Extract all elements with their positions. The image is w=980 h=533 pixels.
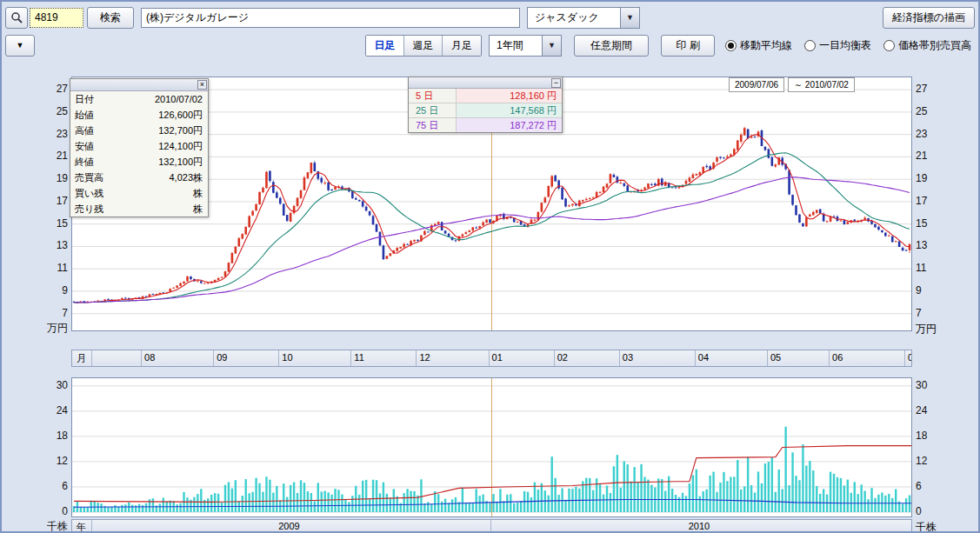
search-button[interactable]: 検索 bbox=[87, 7, 134, 29]
economic-indicator-button[interactable]: 経済指標の描画 bbox=[883, 7, 975, 29]
price-tick-label: 15 bbox=[2, 217, 68, 230]
volume-tick-label: 30 bbox=[916, 379, 968, 391]
month-separator bbox=[695, 350, 696, 366]
stock-name-input[interactable] bbox=[141, 8, 520, 28]
date-range-to[interactable]: ～ 2010/07/02 bbox=[788, 77, 855, 92]
ma-legend-label: 75 日 bbox=[409, 118, 456, 132]
month-separator bbox=[278, 350, 279, 366]
year-axis-band: 年 20092010 bbox=[71, 519, 912, 533]
radio-dot-icon bbox=[883, 40, 895, 51]
price-tick-label: 27 bbox=[916, 83, 968, 95]
volume-tick-label: 12 bbox=[2, 455, 68, 467]
quote-rows: 日付2010/07/02始値126,600円高値132,700円安値124,10… bbox=[70, 91, 208, 217]
quote-box-titlebar: × bbox=[70, 79, 208, 91]
period-select-value: 1年間 bbox=[489, 35, 543, 57]
year-axis-header: 年 bbox=[77, 521, 86, 533]
price-tick-label: 13 bbox=[2, 239, 68, 251]
price-tick-label: 9 bbox=[916, 284, 968, 296]
volume-tick-label: 24 bbox=[2, 404, 68, 416]
ma-legend-row: 75 日187,272 円 bbox=[409, 117, 562, 132]
minimize-icon[interactable]: − bbox=[551, 78, 561, 88]
left-dropdown-button[interactable]: ▼ bbox=[5, 35, 35, 57]
volume-tick-label: 18 bbox=[2, 430, 68, 442]
stock-code-input[interactable] bbox=[30, 8, 83, 28]
quote-row-value: 124,100円 bbox=[122, 138, 208, 154]
month-separator bbox=[767, 350, 768, 366]
price-tick-label: 21 bbox=[916, 150, 968, 162]
quote-row-label: 安値 bbox=[70, 138, 122, 154]
tab-daily[interactable]: 日足 bbox=[366, 36, 404, 56]
price-tick-label: 27 bbox=[2, 83, 68, 95]
date-range-from[interactable]: 2009/07/06 bbox=[729, 77, 784, 92]
month-separator bbox=[619, 350, 620, 366]
month-label: 09 bbox=[217, 352, 227, 363]
month-label: 03 bbox=[623, 352, 633, 363]
search-icon-button[interactable] bbox=[5, 7, 28, 29]
band-divider bbox=[91, 350, 92, 366]
month-separator bbox=[489, 350, 490, 366]
band-divider bbox=[91, 520, 92, 532]
ma-legend-label: 25 日 bbox=[409, 103, 456, 117]
quote-row-label: 高値 bbox=[70, 123, 122, 138]
quote-row: 売り残株 bbox=[70, 201, 208, 217]
quote-row-value: 株 bbox=[122, 185, 208, 201]
price-tick-label: 17 bbox=[2, 195, 68, 207]
ma-legend-box: − 5 日128,160 円25 日147,568 円75 日187,272 円 bbox=[408, 77, 563, 133]
quote-row: 売買高4,023株 bbox=[70, 170, 208, 185]
volume-tick-label: 0 bbox=[916, 505, 968, 517]
volume-tick-label: 12 bbox=[916, 455, 968, 467]
volume-tick-label: 6 bbox=[916, 480, 968, 492]
price-tick-label: 19 bbox=[916, 172, 968, 184]
tab-weekly[interactable]: 週足 bbox=[404, 36, 443, 56]
quote-row-label: 売買高 bbox=[70, 170, 122, 185]
ma-legend-rows: 5 日128,160 円25 日147,568 円75 日187,272 円 bbox=[409, 89, 562, 132]
quote-row-label: 始値 bbox=[70, 107, 122, 123]
date-range: 2009/07/06 ～ 2010/07/02 bbox=[729, 77, 855, 92]
month-label: 07 bbox=[908, 352, 912, 363]
volume-chart[interactable] bbox=[71, 377, 912, 517]
radio-volume-by-price[interactable]: 価格帯別売買高 bbox=[883, 38, 971, 53]
quote-info-box: × 日付2010/07/02始値126,600円高値132,700円安値124,… bbox=[70, 78, 209, 217]
market-select[interactable]: ジャスダック ▼ bbox=[527, 7, 640, 29]
volume-tick-label: 0 bbox=[2, 505, 68, 517]
quote-row: 安値124,100円 bbox=[70, 138, 208, 154]
quote-row-label: 終値 bbox=[70, 154, 122, 170]
month-separator bbox=[350, 350, 351, 366]
quote-row-label: 買い残 bbox=[70, 185, 122, 201]
quote-row: 始値126,600円 bbox=[70, 107, 208, 123]
custom-period-button[interactable]: 任意期間 bbox=[574, 35, 649, 57]
print-button[interactable]: 印 刷 bbox=[661, 35, 715, 57]
year-separator bbox=[490, 520, 491, 532]
tab-monthly[interactable]: 月足 bbox=[443, 36, 481, 56]
close-icon[interactable]: × bbox=[197, 80, 207, 90]
quote-row-value: 126,600円 bbox=[122, 107, 208, 123]
price-tick-label: 11 bbox=[2, 262, 68, 274]
quote-row-value: 132,100円 bbox=[122, 154, 208, 170]
quote-row: 高値132,700円 bbox=[70, 123, 208, 138]
radio-moving-average[interactable]: 移動平均線 bbox=[725, 38, 792, 53]
price-tick-label: 23 bbox=[2, 128, 68, 140]
radio-label: 一目均衡表 bbox=[819, 38, 871, 53]
volume-tick-label: 18 bbox=[916, 430, 968, 442]
period-select-arrow-icon[interactable]: ▼ bbox=[543, 35, 562, 57]
price-tick-label: 9 bbox=[2, 284, 68, 296]
month-separator bbox=[904, 350, 905, 366]
toolbar-top: 検索 ジャスダック ▼ 経済指標の描画 bbox=[2, 4, 978, 30]
price-tick-label: 17 bbox=[916, 195, 968, 207]
magnifier-icon bbox=[10, 11, 23, 23]
month-axis-header: 月 bbox=[77, 352, 86, 365]
quote-row: 終値132,100円 bbox=[70, 154, 208, 170]
month-label: 04 bbox=[698, 352, 709, 363]
price-tick-label: 7 bbox=[916, 307, 968, 319]
period-select[interactable]: 1年間 ▼ bbox=[489, 35, 562, 57]
radio-ichimoku[interactable]: 一目均衡表 bbox=[804, 38, 871, 53]
market-select-arrow-icon[interactable]: ▼ bbox=[621, 7, 640, 29]
price-tick-label: 23 bbox=[916, 128, 968, 140]
ma-legend-titlebar: − bbox=[409, 77, 562, 89]
month-separator bbox=[554, 350, 555, 366]
price-tick-label: 15 bbox=[916, 217, 968, 230]
month-label: 01 bbox=[492, 352, 503, 363]
month-label: 10 bbox=[282, 352, 292, 363]
ma-legend-value: 187,272 円 bbox=[456, 118, 562, 132]
price-tick-label: 13 bbox=[916, 239, 968, 251]
